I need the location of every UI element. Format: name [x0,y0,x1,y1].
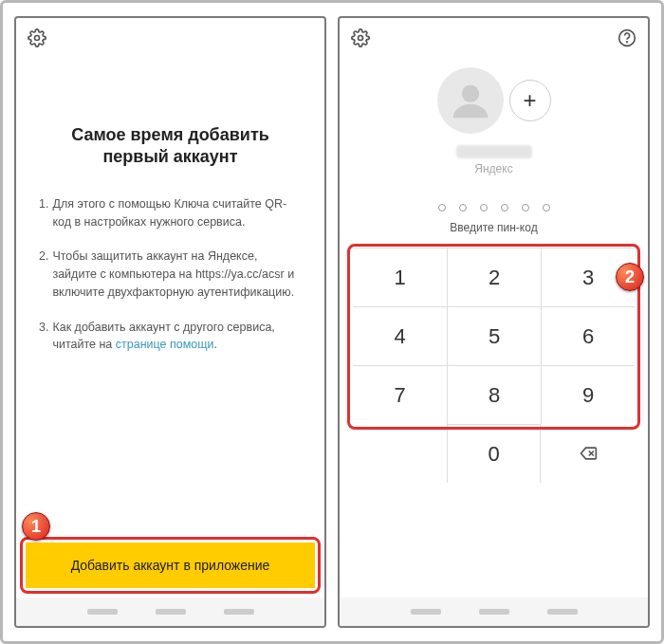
android-navbar [340,598,648,626]
step-1: 1. Для этого с помощью Ключа считайте QR… [39,195,302,231]
step-2: 2. Чтобы защитить аккаунт на Яндексе, за… [39,248,302,301]
android-navbar [16,598,324,626]
add-account-icon[interactable]: + [509,80,551,121]
key-6[interactable]: 6 [541,306,635,365]
nav-back[interactable] [411,609,441,615]
key-4[interactable]: 4 [353,306,447,365]
gear-icon[interactable] [28,28,46,47]
key-empty [353,424,447,483]
topbar [340,18,648,58]
help-page-link[interactable]: странице помощи [116,338,214,351]
pin-content: + Яндекс Введите пин-код 1 2 3 4 5 6 7 8… [340,58,648,598]
screen-pin-entry: + Яндекс Введите пин-код 1 2 3 4 5 6 7 8… [338,16,650,628]
key-2[interactable]: 2 [447,248,541,306]
nav-home[interactable] [479,609,509,615]
add-account-button[interactable]: Добавить аккаунт в приложение [26,543,315,588]
account-name-blurred [456,145,532,158]
onboarding-content: Самое время добавить первый аккаунт 1. Д… [16,58,324,533]
nav-recent[interactable] [224,609,254,615]
key-7[interactable]: 7 [353,365,447,424]
svg-point-4 [461,85,478,102]
pin-dots [438,204,550,212]
nav-home[interactable] [156,609,186,615]
key-9[interactable]: 9 [541,365,635,424]
svg-point-3 [627,42,628,43]
screen-add-account: Самое время добавить первый аккаунт 1. Д… [14,16,326,628]
keypad: 1 2 3 4 5 6 7 8 9 0 [353,248,635,483]
svg-point-1 [359,36,363,41]
page-title: Самое время добавить первый аккаунт [39,124,302,169]
help-icon[interactable] [618,28,636,47]
pin-hint: Введите пин-код [450,221,537,234]
svg-point-0 [35,36,40,41]
service-label: Яндекс [474,162,512,175]
avatar[interactable] [437,67,504,134]
nav-back[interactable] [87,609,118,615]
key-8[interactable]: 8 [447,365,541,424]
annotation-badge-2: 2 [616,263,644,291]
topbar [16,18,324,58]
annotation-badge-1: 1 [22,512,50,541]
key-1[interactable]: 1 [353,248,447,306]
steps-list: 1. Для этого с помощью Ключа считайте QR… [39,195,302,354]
gear-icon[interactable] [351,28,370,47]
key-backspace[interactable] [541,424,635,483]
step-3: 3. Как добавить аккаунт с другого сервис… [39,319,302,355]
key-5[interactable]: 5 [447,306,541,365]
nav-recent[interactable] [547,609,578,615]
key-0[interactable]: 0 [447,424,541,483]
